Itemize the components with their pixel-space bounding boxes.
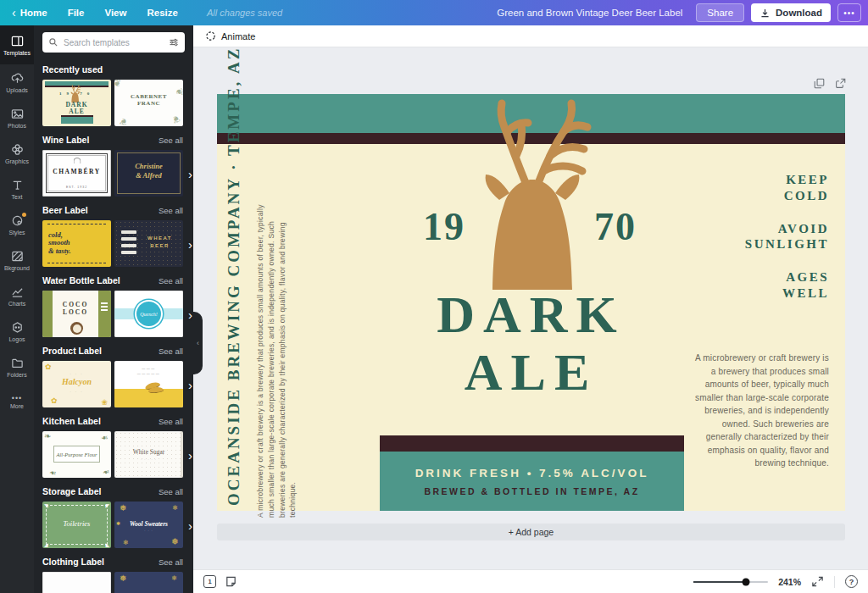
- sidebar-label: Charts: [8, 301, 26, 307]
- export-page-icon[interactable]: [835, 78, 846, 89]
- sidebar-item-photos[interactable]: Photos: [0, 100, 34, 136]
- template-thumb-honey[interactable]: ——— —————: [114, 361, 183, 407]
- see-all-link[interactable]: See all: [159, 346, 183, 356]
- template-thumb-christine-alfred[interactable]: Christine & Alfred: [114, 150, 183, 197]
- templates-panel: Recently used 19 70 DARK ALE ❦ ❦: [34, 25, 193, 593]
- thumb-subline: EST. 1932: [42, 186, 111, 189]
- note-avoid-sunlight[interactable]: AVOID SUNLIGHT: [745, 221, 829, 253]
- file-menu[interactable]: File: [68, 8, 85, 18]
- body-paragraph-text[interactable]: A microbrewery or craft brewery is a bre…: [690, 352, 829, 470]
- sidebar-item-styles[interactable]: Styles: [0, 207, 34, 242]
- view-menu[interactable]: View: [104, 8, 126, 18]
- section-title: Product Label: [42, 346, 102, 356]
- see-all-link[interactable]: See all: [159, 136, 183, 145]
- photos-icon: [11, 108, 24, 120]
- template-thumb-dark-ale[interactable]: 19 70 DARK ALE: [42, 80, 111, 126]
- sidebar-item-more[interactable]: ••• More: [0, 385, 34, 420]
- sidebar-item-graphics[interactable]: Graphics: [0, 136, 34, 171]
- template-thumb-clothing-2[interactable]: ❅ ❄: [114, 572, 183, 593]
- animate-button[interactable]: Animate: [221, 31, 255, 42]
- template-thumb-toiletries[interactable]: ◥ ◤ ◢ ◣ Toiletries: [42, 502, 111, 548]
- template-thumb-cold-smooth-tasty[interactable]: cold, smooth & tasty.: [42, 220, 111, 267]
- sidebar-item-logos[interactable]: Logos: [0, 313, 34, 349]
- template-thumb-clothing-1[interactable]: [42, 572, 111, 593]
- thumb-caption: · · ·: [42, 372, 111, 376]
- section-header-wine-label: Wine Label See all: [34, 126, 193, 150]
- seal-badge: Quench!: [136, 302, 161, 326]
- help-button[interactable]: ?: [845, 575, 858, 588]
- arch-ornament: [73, 158, 81, 163]
- canvas-workspace[interactable]: 19 70 OCEANSIDE BREWING COMPANY · TEMPE,…: [193, 47, 868, 569]
- flower-ornament: ✿: [51, 396, 58, 405]
- design-page[interactable]: 19 70 OCEANSIDE BREWING COMPANY · TEMPE,…: [217, 94, 845, 511]
- share-button[interactable]: Share: [696, 3, 744, 22]
- thumb-title: cold, smooth & tasty.: [48, 231, 71, 255]
- text-icon: [11, 179, 24, 191]
- more-options-button[interactable]: •••: [837, 3, 861, 22]
- sidebar-label: Styles: [8, 230, 25, 236]
- template-thumb-wheat-beer[interactable]: WHEAT BEER: [114, 220, 183, 267]
- row-scroll-chevron-icon[interactable]: ›: [188, 307, 192, 321]
- template-thumb-cabernet-franc[interactable]: ❦ ❦ ❦ ❦ CABERNET FRANC: [114, 80, 183, 126]
- download-icon: [760, 8, 771, 19]
- panel-collapse-handle[interactable]: ‹: [193, 312, 203, 374]
- sidebar-item-uploads[interactable]: Uploads: [0, 64, 34, 100]
- fullscreen-icon[interactable]: [811, 575, 824, 588]
- see-all-link[interactable]: See all: [159, 557, 183, 567]
- template-thumb-chambery[interactable]: CHAMBÉRY EST. 1932: [42, 150, 111, 197]
- see-all-link[interactable]: See all: [159, 487, 183, 496]
- search-input[interactable]: [64, 38, 164, 47]
- filter-icon[interactable]: [169, 37, 179, 47]
- sidebar-item-background[interactable]: Bkground: [0, 242, 34, 278]
- download-button[interactable]: Download: [751, 3, 831, 22]
- leaf-ornament: ❦: [170, 113, 181, 125]
- template-thumb-white-sugar[interactable]: White Sugar · · · · ·: [114, 431, 183, 478]
- row-scroll-chevron-icon[interactable]: ›: [188, 166, 192, 180]
- note-ages-well[interactable]: AGES WELL: [745, 269, 829, 302]
- section-title: Beer Label: [42, 205, 88, 215]
- row-scroll-chevron-icon[interactable]: ›: [188, 447, 192, 462]
- home-menu[interactable]: ‹ Home: [12, 7, 47, 19]
- zoom-slider-fill: [693, 581, 746, 583]
- document-title[interactable]: Green and Brown Vintage Deer Beer Label: [497, 8, 682, 18]
- notes-icon[interactable]: [225, 575, 237, 588]
- sidebar-item-folders[interactable]: Folders: [0, 349, 34, 385]
- footer-line1-text[interactable]: DRINK FRESH • 7.5% ALC/VOL: [415, 467, 649, 479]
- template-thumb-quench[interactable]: Quench!: [114, 291, 183, 337]
- template-thumb-all-purpose-flour[interactable]: ❧ ❧ ❧ ❧ All-Purpose Flour: [42, 431, 111, 478]
- sidebar-item-charts[interactable]: Charts: [0, 278, 34, 313]
- flower-ornament: ✿: [45, 363, 52, 371]
- row-scroll-chevron-icon[interactable]: ›: [188, 236, 192, 251]
- row-scroll-chevron-icon[interactable]: ›: [188, 377, 192, 391]
- row-scroll-chevron-icon[interactable]: ›: [188, 518, 192, 532]
- footer-stripe: [380, 435, 684, 452]
- sidebar-item-templates[interactable]: Templates: [0, 25, 34, 64]
- zoom-slider-knob[interactable]: [742, 578, 749, 585]
- search-box[interactable]: [42, 32, 185, 53]
- duplicate-page-icon[interactable]: [814, 78, 825, 89]
- add-page-button[interactable]: + Add page: [217, 524, 845, 540]
- zoom-slider[interactable]: [693, 581, 768, 583]
- year-left-text[interactable]: 19: [423, 204, 465, 249]
- wine-label-row: CHAMBÉRY EST. 1932 Christine & Alfred ›: [34, 150, 193, 197]
- section-header-storage-label: Storage Label See all: [34, 478, 193, 502]
- see-all-link[interactable]: See all: [159, 276, 183, 285]
- upload-cloud-icon: [11, 72, 24, 85]
- page-manager-button[interactable]: 1: [203, 575, 216, 588]
- template-thumb-wool-sweaters[interactable]: ❅ ❄ ❄ ❅ ✱ Wool Sweaters · · ·: [114, 502, 183, 548]
- see-all-link[interactable]: See all: [159, 206, 183, 215]
- footer-block[interactable]: DRINK FRESH • 7.5% ALC/VOL BREWED & BOTT…: [380, 435, 684, 511]
- thumb-title: Halcyon: [42, 377, 111, 386]
- sidebar-item-text[interactable]: Text: [0, 171, 34, 207]
- template-thumb-coco-loco[interactable]: COCO LOCO: [42, 291, 111, 337]
- resize-menu[interactable]: Resize: [147, 8, 177, 18]
- side-notes[interactable]: KEEP COLD AVOID SUNLIGHT AGES WELL: [745, 172, 829, 319]
- note-keep-cold[interactable]: KEEP COLD: [745, 172, 829, 204]
- template-thumb-halcyon[interactable]: ✿ ✿ ❀ · · · Halcyon · · ·: [42, 361, 111, 407]
- corner-ornament: ◤: [105, 502, 109, 508]
- zoom-percent[interactable]: 241%: [778, 577, 801, 587]
- see-all-link[interactable]: See all: [159, 417, 183, 426]
- deer-illustration[interactable]: [462, 97, 636, 290]
- footer-line2-text[interactable]: BREWED & BOTTLED IN TEMPE, AZ: [424, 486, 639, 496]
- thumb-title: WHEAT BEER: [140, 235, 180, 250]
